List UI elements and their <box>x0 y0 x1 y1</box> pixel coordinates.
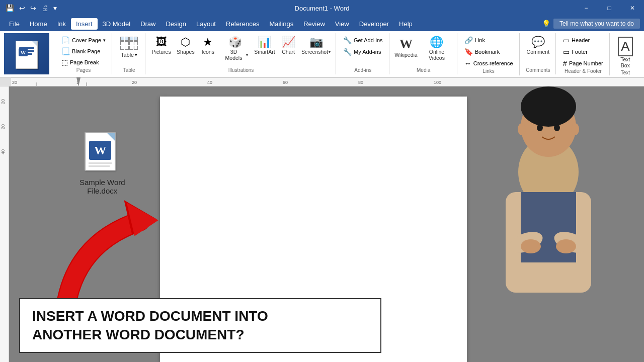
3d-models-button[interactable]: 🎲 3D Models ▾ <box>220 35 250 62</box>
menu-layout[interactable]: Layout <box>191 18 221 30</box>
get-addins-button[interactable]: 🔧 Get Add-ins <box>341 35 384 45</box>
undo-icon[interactable]: ↩ <box>18 3 27 13</box>
menu-file[interactable]: File <box>4 18 25 30</box>
table-button[interactable]: Table ▾ <box>117 35 141 59</box>
my-addins-button[interactable]: 🔧 My Add-ins <box>341 47 384 57</box>
wikipedia-icon: W <box>399 37 413 52</box>
page-number-icon: # <box>563 59 567 67</box>
screenshot-dropdown-icon: ▾ <box>329 50 331 54</box>
bookmark-button[interactable]: 🔖 Bookmark <box>462 47 515 57</box>
menu-ink[interactable]: Ink <box>52 18 71 30</box>
cross-reference-button[interactable]: ↔ Cross-reference <box>462 58 515 68</box>
link-icon: 🔗 <box>464 36 473 44</box>
3dmodels-dropdown-icon: ▾ <box>246 53 248 57</box>
svg-point-23 <box>556 239 576 253</box>
online-videos-button[interactable]: 🌐 Online Videos <box>421 35 452 62</box>
chart-icon: 📈 <box>282 37 295 48</box>
search-bar[interactable]: Tell me what you want to do <box>553 19 640 29</box>
ribbon: W 📄 Cover Page ▾ 📃 Blank Page ⬚ <box>0 31 644 77</box>
menu-help[interactable]: Help <box>394 18 418 30</box>
svg-point-28 <box>571 123 579 135</box>
menu-view[interactable]: View <box>330 18 354 30</box>
header-button[interactable]: ▭ Header <box>561 35 605 45</box>
redo-icon[interactable]: ↪ <box>29 3 38 13</box>
vertical-ruler: 20 20 40 <box>0 86 9 362</box>
table-dropdown-icon: ▾ <box>135 52 137 57</box>
svg-point-25 <box>537 124 543 131</box>
caption-text: INSERT A WORD DOCUMENT INTO ANOTHER WORD… <box>32 307 368 344</box>
pages-group-label: Pages <box>59 67 108 74</box>
main-area: 20 20 40 <box>0 86 644 362</box>
filename-label: Sample Word File.docx <box>79 178 125 195</box>
customize-icon[interactable]: ▾ <box>52 3 58 13</box>
page-break-button[interactable]: ⬚ Page Break <box>59 57 108 67</box>
bookmark-icon: 🔖 <box>464 48 473 56</box>
screenshot-icon: 📷 <box>309 37 323 48</box>
print-preview-icon[interactable]: 🖨 <box>40 3 50 13</box>
svg-text:20: 20 <box>1 124 6 129</box>
ribbon-group-media: W Wikipedia 🌐 Online Videos Media <box>390 33 457 74</box>
icons-button[interactable]: ★ Icons <box>199 35 217 56</box>
media-group-label: Media <box>394 67 453 74</box>
menu-developer[interactable]: Developer <box>354 18 394 30</box>
icons-icon: ★ <box>203 37 213 48</box>
smartart-icon: 📊 <box>258 37 271 48</box>
comment-button[interactable]: 💬 Comment <box>525 35 552 56</box>
svg-text:20: 20 <box>132 80 137 85</box>
save-icon[interactable]: 💾 <box>4 3 16 13</box>
illustrations-group-label: Illustrations <box>150 67 332 74</box>
comment-icon: 💬 <box>531 37 545 48</box>
table-group-label: Table <box>117 67 141 74</box>
menu-bar: File Home Ink Insert 3D Model Draw Desig… <box>0 16 644 31</box>
menu-design[interactable]: Design <box>160 18 191 30</box>
svg-text:100: 100 <box>434 80 441 85</box>
svg-point-26 <box>554 124 560 131</box>
menu-draw[interactable]: Draw <box>135 18 160 30</box>
ribbon-group-table: Table ▾ Table <box>113 33 145 74</box>
document-area: W Sample Word File.docx INSERT A WORD DO… <box>9 86 644 362</box>
footer-button[interactable]: ▭ Footer <box>561 47 605 57</box>
chart-button[interactable]: 📈 Chart <box>279 35 297 56</box>
svg-text:40: 40 <box>207 80 212 85</box>
pictures-button[interactable]: 🖼 Pictures <box>150 35 172 56</box>
cover-page-dropdown-icon: ▾ <box>103 38 106 43</box>
header-footer-group-label: Header & Footer <box>561 68 605 75</box>
caption-box: INSERT A WORD DOCUMENT INTO ANOTHER WORD… <box>19 298 381 353</box>
page-break-icon: ⬚ <box>61 58 68 66</box>
comments-group-label: Comments <box>525 67 552 74</box>
text-group-label: Text <box>615 70 636 77</box>
ribbon-group-illustrations: 🖼 Pictures ⬡ Shapes ★ Icons 🎲 3D Models … <box>146 33 336 74</box>
ribbon-group-header-footer: ▭ Header ▭ Footer # Page Number Header &… <box>557 33 610 75</box>
window-title: Document1 - Word <box>295 5 350 12</box>
online-videos-icon: 🌐 <box>430 37 443 48</box>
svg-point-27 <box>518 123 526 135</box>
menu-insert[interactable]: Insert <box>71 18 98 30</box>
svg-text:80: 80 <box>358 80 363 85</box>
menu-3dmodel[interactable]: 3D Model <box>98 18 136 30</box>
cover-page-button[interactable]: 📄 Cover Page ▾ <box>59 35 108 45</box>
link-button[interactable]: 🔗 Link <box>462 35 515 45</box>
menu-references[interactable]: References <box>221 18 264 30</box>
screenshot-button[interactable]: 📷 Screenshot ▾ <box>300 35 332 56</box>
menu-home[interactable]: Home <box>25 18 52 30</box>
wikipedia-button[interactable]: W Wikipedia <box>394 35 418 59</box>
page-number-button[interactable]: # Page Number <box>561 58 605 68</box>
svg-text:20: 20 <box>12 80 17 85</box>
shapes-button[interactable]: ⬡ Shapes <box>175 35 196 56</box>
footer-icon: ▭ <box>563 48 570 56</box>
word-logo-ribbon: W <box>4 33 49 74</box>
text-box-icon: A <box>618 37 632 56</box>
minimize-button[interactable]: − <box>575 0 598 16</box>
text-box-button[interactable]: A Text Box <box>615 35 636 70</box>
menu-review[interactable]: Review <box>298 18 330 30</box>
maximize-button[interactable]: □ <box>598 0 621 16</box>
blank-page-button[interactable]: 📃 Blank Page <box>59 46 108 56</box>
smartart-button[interactable]: 📊 SmartArt <box>253 35 276 56</box>
3d-models-icon: 🎲 <box>228 37 242 48</box>
ribbon-group-links: 🔗 Link 🔖 Bookmark ↔ Cross-reference Link… <box>458 33 520 75</box>
links-group-label: Links <box>462 68 515 75</box>
svg-text:40: 40 <box>1 149 6 154</box>
menu-mailings[interactable]: Mailings <box>264 18 298 30</box>
close-button[interactable]: ✕ <box>621 0 644 16</box>
horizontal-ruler: 20 1 20 40 60 80 100 <box>0 77 644 86</box>
